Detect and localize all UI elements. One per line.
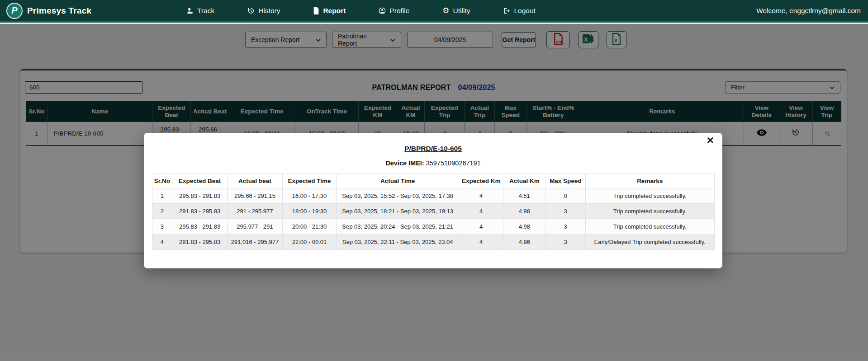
cell: 4 — [152, 234, 172, 250]
cell: 4 — [459, 234, 503, 250]
cell: 291.016 - 295.977 — [228, 234, 283, 250]
modal-header-row: Sr.No Expected Beat Actual beat Expected… — [152, 174, 714, 188]
cell: 3 — [152, 219, 172, 234]
nav-item-history[interactable]: History — [247, 7, 280, 15]
col-header: Actual Time — [337, 174, 459, 188]
nav-menu: Track History Report Profile ⚙ Utility — [186, 7, 536, 15]
cell: 291.83 - 295.83 — [172, 234, 228, 250]
cell: 4 — [459, 204, 503, 219]
table-row: 4 291.83 - 295.83 291.016 - 295.977 22:0… — [152, 234, 714, 250]
cell: 295.83 - 291.83 — [172, 219, 228, 234]
cell: 4.51 — [503, 188, 545, 204]
cell: 20:00 - 21:30 — [282, 219, 336, 234]
app-logo-icon: P — [6, 3, 23, 19]
nav-item-logout[interactable]: Logout — [503, 7, 535, 15]
trip-details-modal: ✕ P/BPRD/E-10-605 Device IMEI: 359751090… — [144, 133, 722, 268]
nav-label: Report — [323, 7, 346, 15]
nav-label: Utility — [453, 7, 470, 15]
table-row: 3 295.83 - 291.83 295.977 - 291 20:00 - … — [152, 219, 714, 234]
col-header: Expected Km — [459, 174, 503, 188]
nav-label: Logout — [514, 7, 535, 15]
history-icon — [247, 7, 255, 14]
nav-item-profile[interactable]: Profile — [379, 7, 409, 15]
cell: 22:00 - 00:01 — [282, 234, 336, 250]
cell: Sep 03, 2025, 18:21 - Sep 03, 2025, 19:1… — [337, 204, 459, 219]
cell: 3 — [545, 234, 585, 250]
cell: 18:00 - 19:30 — [282, 204, 336, 219]
cell: 4 — [459, 219, 503, 234]
trip-details-table: Sr.No Expected Beat Actual beat Expected… — [152, 173, 715, 250]
modal-title: P/BPRD/E-10-605 — [144, 133, 722, 153]
cell: 291.83 - 295.83 — [172, 204, 228, 219]
welcome-text: Welcome, enggctlrny@gmail.com — [756, 7, 861, 15]
cell: 295.83 - 291.83 — [172, 188, 228, 204]
close-icon[interactable]: ✕ — [706, 136, 714, 145]
cell: 3 — [545, 219, 585, 234]
nav-label: History — [258, 7, 280, 15]
cell: 4 — [459, 188, 503, 204]
nav-item-utility[interactable]: ⚙ Utility — [442, 7, 470, 15]
table-row: 2 291.83 - 295.83 291 - 295.977 18:00 - … — [152, 204, 714, 219]
col-header: Actual beat — [228, 174, 283, 188]
cell: Sep 03, 2025, 20:24 - Sep 03, 2025, 21:2… — [337, 219, 459, 234]
cell: Trip completed successfully. — [585, 219, 714, 234]
nav-item-track[interactable]: Track — [186, 7, 214, 15]
col-header: Actual Km — [503, 174, 545, 188]
cell: 16:00 - 17:30 — [282, 188, 336, 204]
cell: 3 — [545, 204, 585, 219]
cell: Sep 03, 2025, 22:11 - Sep 03, 2025, 23:0… — [337, 234, 459, 250]
person-circle-icon — [379, 7, 386, 14]
person-pin-icon — [186, 7, 194, 14]
col-header: Max Speed — [545, 174, 585, 188]
cell: 0 — [545, 188, 585, 204]
nav-label: Track — [197, 7, 214, 15]
cell: 4.98 — [503, 219, 545, 234]
report-file-icon — [313, 7, 319, 14]
cell: 4.98 — [503, 204, 545, 219]
device-imei-value: 359751090267191 — [426, 159, 481, 167]
gear-icon: ⚙ — [442, 7, 449, 14]
device-imei: Device IMEI: 359751090267191 — [144, 159, 722, 167]
cell: 295.66 - 291.15 — [228, 188, 283, 204]
device-imei-label: Device IMEI: — [385, 159, 424, 167]
logout-icon — [503, 7, 510, 14]
cell: 1 — [152, 188, 172, 204]
top-navbar: P Primesys Track Track History Report P — [0, 0, 868, 23]
nav-item-report[interactable]: Report — [313, 7, 346, 15]
app-title: Primesys Track — [27, 6, 91, 16]
cell: 295.977 - 291 — [228, 219, 283, 234]
cell: 291 - 295.977 — [228, 204, 283, 219]
brand: P Primesys Track — [6, 3, 91, 19]
cell: Sep 03, 2025, 15:52 - Sep 03, 2025, 17:3… — [337, 188, 459, 204]
cell: 2 — [152, 204, 172, 219]
table-row: 1 295.83 - 291.83 295.66 - 291.15 16:00 … — [152, 188, 714, 204]
col-header: Remarks — [585, 174, 714, 188]
cell: 4.96 — [503, 234, 545, 250]
cell: Trip completed successfully. — [585, 204, 714, 219]
col-header: Sr.No — [152, 174, 172, 188]
cell: Trip completed successfully. — [585, 188, 714, 204]
cell: Early/Delayed Trip completed successfull… — [585, 234, 714, 250]
col-header: Expected Beat — [172, 174, 228, 188]
nav-label: Profile — [389, 7, 409, 15]
col-header: Expected Time — [282, 174, 336, 188]
